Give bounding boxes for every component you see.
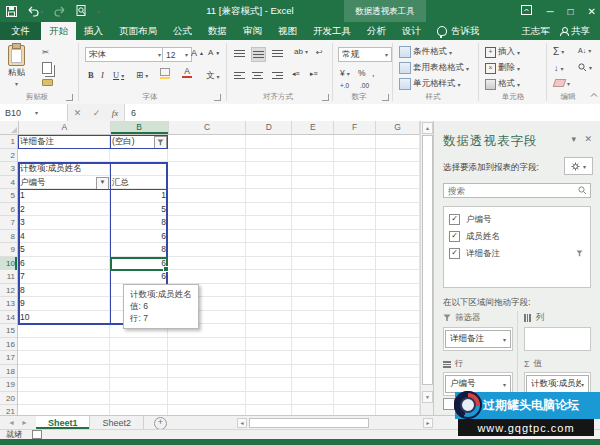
row-header-8[interactable]: 8 bbox=[0, 230, 18, 244]
clipboard-dialog-launcher[interactable] bbox=[66, 94, 73, 101]
scroll-right-icon[interactable]: ► bbox=[423, 418, 433, 428]
cell-F3[interactable] bbox=[334, 162, 376, 176]
minimize-button[interactable]: ─ bbox=[546, 6, 553, 17]
select-all-corner[interactable] bbox=[0, 121, 19, 135]
cell-F2[interactable] bbox=[334, 149, 376, 163]
cell-E2[interactable] bbox=[292, 149, 334, 163]
align-right-button[interactable] bbox=[272, 70, 283, 81]
align-top-button[interactable] bbox=[234, 48, 245, 59]
cell-A16[interactable] bbox=[18, 338, 110, 352]
cell-F15[interactable] bbox=[334, 324, 376, 338]
cell-B5[interactable]: 1 bbox=[110, 189, 168, 203]
cell-E20[interactable] bbox=[292, 392, 334, 406]
scroll-down-icon[interactable]: ▼ bbox=[422, 391, 433, 403]
vertical-scrollbar[interactable]: ▲ ▼ bbox=[420, 121, 433, 415]
values-field-pill[interactable]: 计数项:成员姓...▾ bbox=[526, 375, 589, 393]
cell-D12[interactable] bbox=[246, 284, 292, 298]
cell-F11[interactable] bbox=[334, 270, 376, 284]
report-filter-icon[interactable] bbox=[154, 136, 167, 149]
search-input[interactable] bbox=[444, 186, 578, 196]
number-format-combo[interactable]: 常规▾ bbox=[338, 47, 392, 62]
tab-insert[interactable]: 插入 bbox=[76, 22, 111, 40]
cell-E6[interactable] bbox=[292, 203, 334, 217]
column-header-D[interactable]: D bbox=[246, 121, 292, 135]
cell-A15[interactable] bbox=[18, 324, 110, 338]
cell-C20[interactable] bbox=[168, 392, 246, 406]
cell-B3[interactable] bbox=[110, 162, 168, 176]
row-header-20[interactable]: 20 bbox=[0, 392, 18, 406]
cell-G5[interactable] bbox=[376, 189, 420, 203]
cell-B17[interactable] bbox=[110, 351, 168, 365]
tab-home[interactable]: 开始 bbox=[41, 22, 76, 40]
pane-close-icon[interactable]: ✕ bbox=[584, 134, 592, 144]
print-preview-icon[interactable] bbox=[76, 5, 87, 17]
tab-developer[interactable]: 开发工具 bbox=[305, 22, 359, 40]
qat-customize-icon[interactable]: ▾ bbox=[97, 8, 100, 15]
row-header-5[interactable]: 5 bbox=[0, 189, 18, 203]
cell-F12[interactable] bbox=[334, 284, 376, 298]
cell-B21[interactable] bbox=[110, 405, 168, 415]
cell-C18[interactable] bbox=[168, 365, 246, 379]
cell-A20[interactable] bbox=[18, 392, 110, 406]
close-button[interactable]: ✕ bbox=[588, 6, 596, 17]
cell-D13[interactable] bbox=[246, 297, 292, 311]
font-color-button[interactable]: A bbox=[182, 67, 192, 78]
horizontal-scrollbar[interactable]: ◄ ► bbox=[237, 418, 433, 428]
cell-A6[interactable]: 2 bbox=[18, 203, 110, 217]
cell-F7[interactable] bbox=[334, 216, 376, 230]
name-box[interactable]: B10 ▾ bbox=[0, 104, 68, 121]
share-button[interactable]: 共享 bbox=[560, 25, 590, 38]
orientation-button[interactable]: ab▾ bbox=[294, 47, 308, 56]
cell-D1[interactable] bbox=[246, 135, 292, 149]
cell-G15[interactable] bbox=[376, 324, 420, 338]
cell-E10[interactable] bbox=[292, 257, 334, 271]
cell-G19[interactable] bbox=[376, 378, 420, 392]
column-header-C[interactable]: C bbox=[169, 121, 247, 135]
row-labels-filter-icon[interactable]: ▼ bbox=[96, 177, 109, 190]
cell-G1[interactable] bbox=[376, 135, 420, 149]
cell-B2[interactable] bbox=[110, 149, 168, 163]
pane-options-icon[interactable]: ▾ bbox=[571, 134, 576, 144]
cell-A19[interactable] bbox=[18, 378, 110, 392]
cell-D16[interactable] bbox=[246, 338, 292, 352]
cell-G16[interactable] bbox=[376, 338, 420, 352]
tab-review[interactable]: 审阅 bbox=[235, 22, 270, 40]
checkbox-icon[interactable]: ✓ bbox=[449, 231, 460, 242]
cell-G12[interactable] bbox=[376, 284, 420, 298]
row-header-17[interactable]: 17 bbox=[0, 351, 18, 365]
cell-D5[interactable] bbox=[246, 189, 292, 203]
align-left-button[interactable] bbox=[234, 70, 245, 81]
row-header-6[interactable]: 6 bbox=[0, 203, 18, 217]
row-header-2[interactable]: 2 bbox=[0, 149, 18, 163]
number-dialog-launcher[interactable] bbox=[382, 94, 389, 101]
cell-G6[interactable] bbox=[376, 203, 420, 217]
checkbox-icon[interactable]: ✓ bbox=[449, 248, 460, 259]
row-header-1[interactable]: 1 bbox=[0, 135, 18, 149]
cell-D8[interactable] bbox=[246, 230, 292, 244]
vertical-scroll-thumb[interactable] bbox=[422, 135, 433, 385]
font-size-combo[interactable]: 12▾ bbox=[162, 47, 192, 62]
cell-C3[interactable] bbox=[168, 162, 246, 176]
cell-D4[interactable] bbox=[246, 176, 292, 190]
cell-F6[interactable] bbox=[334, 203, 376, 217]
cell-F5[interactable] bbox=[334, 189, 376, 203]
macro-record-icon[interactable] bbox=[32, 430, 42, 439]
cell-C21[interactable] bbox=[168, 405, 246, 415]
cell-C1[interactable] bbox=[168, 135, 246, 149]
field-search-box[interactable] bbox=[443, 183, 591, 198]
tab-formulas[interactable]: 公式 bbox=[165, 22, 200, 40]
cell-A2[interactable] bbox=[18, 149, 110, 163]
cell-G8[interactable] bbox=[376, 230, 420, 244]
sheet-prev-icon[interactable]: ◄ bbox=[8, 419, 15, 426]
clear-button[interactable]: ▾ bbox=[554, 79, 570, 87]
sheet-tab-sheet1[interactable]: Sheet1 bbox=[36, 416, 91, 429]
insert-function-icon[interactable]: fx bbox=[112, 108, 119, 118]
fill-color-button[interactable] bbox=[160, 68, 170, 79]
cell-F9[interactable] bbox=[334, 243, 376, 257]
column-header-E[interactable]: E bbox=[292, 121, 334, 135]
tab-data[interactable]: 数据 bbox=[200, 22, 235, 40]
cell-G14[interactable] bbox=[376, 311, 420, 325]
cell-F13[interactable] bbox=[334, 297, 376, 311]
cell-B7[interactable]: 8 bbox=[110, 216, 168, 230]
cell-D2[interactable] bbox=[246, 149, 292, 163]
